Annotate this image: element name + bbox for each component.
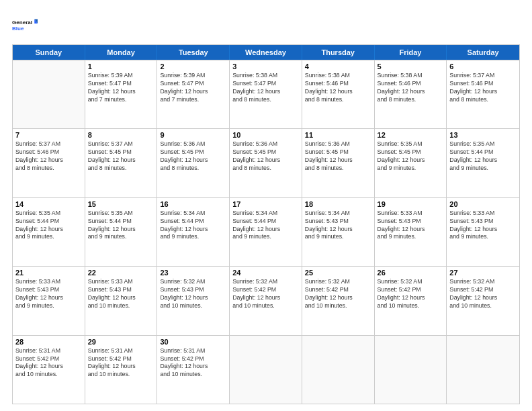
day-number-14: 14: [15, 200, 82, 208]
week-row-2: 7Sunrise: 5:37 AMSunset: 5:46 PMDaylight…: [13, 128, 519, 197]
day-number-21: 21: [15, 269, 82, 277]
day-number-17: 17: [232, 200, 299, 208]
day-info-18: Sunrise: 5:34 AMSunset: 5:43 PMDaylight:…: [305, 210, 371, 242]
header-day-friday: Friday: [375, 45, 447, 60]
day-cell-2: 2Sunrise: 5:39 AMSunset: 5:47 PMDaylight…: [157, 60, 230, 128]
svg-text:General: General: [12, 19, 32, 26]
header-day-tuesday: Tuesday: [157, 45, 230, 60]
header-day-saturday: Saturday: [447, 45, 519, 60]
day-number-11: 11: [305, 131, 371, 139]
day-cell-18: 18Sunrise: 5:34 AMSunset: 5:43 PMDayligh…: [302, 198, 375, 266]
day-info-14: Sunrise: 5:35 AMSunset: 5:44 PMDaylight:…: [15, 210, 82, 242]
day-cell-23: 23Sunrise: 5:32 AMSunset: 5:43 PMDayligh…: [157, 267, 230, 334]
day-info-27: Sunrise: 5:32 AMSunset: 5:42 PMDaylight:…: [449, 278, 517, 310]
day-cell-26: 26Sunrise: 5:32 AMSunset: 5:42 PMDayligh…: [375, 267, 447, 334]
day-number-10: 10: [232, 131, 299, 139]
day-info-15: Sunrise: 5:35 AMSunset: 5:44 PMDaylight:…: [88, 210, 154, 242]
day-info-30: Sunrise: 5:31 AMSunset: 5:42 PMDaylight:…: [160, 347, 226, 379]
day-cell-12: 12Sunrise: 5:35 AMSunset: 5:45 PMDayligh…: [375, 129, 447, 197]
day-info-3: Sunrise: 5:38 AMSunset: 5:47 PMDaylight:…: [232, 72, 299, 104]
day-info-9: Sunrise: 5:36 AMSunset: 5:45 PMDaylight:…: [160, 140, 226, 173]
logo: General Blue: [12, 12, 38, 38]
day-info-8: Sunrise: 5:37 AMSunset: 5:45 PMDaylight:…: [88, 140, 154, 173]
day-cell-13: 13Sunrise: 5:35 AMSunset: 5:44 PMDayligh…: [447, 129, 519, 197]
day-cell-7: 7Sunrise: 5:37 AMSunset: 5:46 PMDaylight…: [13, 129, 85, 197]
header-day-wednesday: Wednesday: [230, 45, 302, 60]
day-number-15: 15: [88, 200, 154, 208]
day-cell-9: 9Sunrise: 5:36 AMSunset: 5:45 PMDaylight…: [157, 129, 230, 197]
day-number-25: 25: [305, 269, 371, 277]
day-cell-25: 25Sunrise: 5:32 AMSunset: 5:42 PMDayligh…: [302, 267, 375, 334]
day-info-22: Sunrise: 5:33 AMSunset: 5:43 PMDaylight:…: [88, 278, 154, 310]
week-row-1: 1Sunrise: 5:39 AMSunset: 5:47 PMDaylight…: [13, 60, 519, 128]
day-cell-19: 19Sunrise: 5:33 AMSunset: 5:43 PMDayligh…: [375, 198, 447, 266]
day-info-5: Sunrise: 5:38 AMSunset: 5:46 PMDaylight:…: [378, 72, 444, 104]
day-number-3: 3: [232, 62, 299, 71]
day-number-16: 16: [160, 200, 226, 208]
empty-cell-4-3: [230, 336, 302, 404]
day-number-27: 27: [449, 269, 517, 277]
day-cell-22: 22Sunrise: 5:33 AMSunset: 5:43 PMDayligh…: [85, 267, 158, 334]
day-cell-10: 10Sunrise: 5:36 AMSunset: 5:45 PMDayligh…: [230, 129, 302, 197]
day-info-2: Sunrise: 5:39 AMSunset: 5:47 PMDaylight:…: [160, 72, 226, 104]
day-number-1: 1: [88, 62, 154, 71]
day-cell-5: 5Sunrise: 5:38 AMSunset: 5:46 PMDaylight…: [375, 60, 447, 128]
day-info-19: Sunrise: 5:33 AMSunset: 5:43 PMDaylight:…: [378, 210, 444, 242]
logo-svg: General Blue: [12, 12, 38, 38]
day-info-29: Sunrise: 5:31 AMSunset: 5:42 PMDaylight:…: [88, 347, 154, 379]
day-number-20: 20: [449, 200, 517, 208]
day-cell-28: 28Sunrise: 5:31 AMSunset: 5:42 PMDayligh…: [13, 336, 85, 404]
header: General Blue: [12, 12, 520, 38]
svg-text:Blue: Blue: [12, 26, 24, 32]
day-cell-17: 17Sunrise: 5:34 AMSunset: 5:44 PMDayligh…: [230, 198, 302, 266]
day-cell-16: 16Sunrise: 5:34 AMSunset: 5:44 PMDayligh…: [157, 198, 230, 266]
day-info-4: Sunrise: 5:38 AMSunset: 5:46 PMDaylight:…: [305, 72, 371, 104]
day-number-19: 19: [378, 200, 444, 208]
day-info-23: Sunrise: 5:32 AMSunset: 5:43 PMDaylight:…: [160, 278, 226, 310]
empty-cell-4-6: [447, 336, 519, 404]
day-number-29: 29: [88, 338, 154, 346]
day-number-26: 26: [378, 269, 444, 277]
day-cell-21: 21Sunrise: 5:33 AMSunset: 5:43 PMDayligh…: [13, 267, 85, 334]
day-info-24: Sunrise: 5:32 AMSunset: 5:42 PMDaylight:…: [232, 278, 299, 310]
day-cell-30: 30Sunrise: 5:31 AMSunset: 5:42 PMDayligh…: [157, 336, 230, 404]
day-number-13: 13: [449, 131, 517, 139]
empty-cell-0-0: [13, 60, 85, 128]
day-number-28: 28: [15, 338, 82, 346]
day-info-28: Sunrise: 5:31 AMSunset: 5:42 PMDaylight:…: [15, 347, 82, 379]
empty-cell-4-5: [375, 336, 447, 404]
day-number-7: 7: [15, 131, 82, 139]
day-number-2: 2: [160, 62, 226, 71]
header-day-monday: Monday: [85, 45, 158, 60]
empty-cell-4-4: [302, 336, 375, 404]
day-number-8: 8: [88, 131, 154, 139]
day-info-10: Sunrise: 5:36 AMSunset: 5:45 PMDaylight:…: [232, 140, 299, 173]
day-info-21: Sunrise: 5:33 AMSunset: 5:43 PMDaylight:…: [15, 278, 82, 310]
day-number-12: 12: [378, 131, 444, 139]
day-info-25: Sunrise: 5:32 AMSunset: 5:42 PMDaylight:…: [305, 278, 371, 310]
day-info-12: Sunrise: 5:35 AMSunset: 5:45 PMDaylight:…: [378, 140, 444, 173]
day-info-17: Sunrise: 5:34 AMSunset: 5:44 PMDaylight:…: [232, 210, 299, 242]
day-number-23: 23: [160, 269, 226, 277]
header-day-thursday: Thursday: [302, 45, 375, 60]
day-info-11: Sunrise: 5:36 AMSunset: 5:45 PMDaylight:…: [305, 140, 371, 173]
week-row-3: 14Sunrise: 5:35 AMSunset: 5:44 PMDayligh…: [13, 197, 519, 266]
day-cell-11: 11Sunrise: 5:36 AMSunset: 5:45 PMDayligh…: [302, 129, 375, 197]
day-number-22: 22: [88, 269, 154, 277]
day-cell-1: 1Sunrise: 5:39 AMSunset: 5:47 PMDaylight…: [85, 60, 158, 128]
header-day-sunday: Sunday: [13, 45, 85, 60]
day-info-20: Sunrise: 5:33 AMSunset: 5:43 PMDaylight:…: [449, 210, 517, 242]
day-cell-29: 29Sunrise: 5:31 AMSunset: 5:42 PMDayligh…: [85, 336, 158, 404]
day-cell-4: 4Sunrise: 5:38 AMSunset: 5:46 PMDaylight…: [302, 60, 375, 128]
day-number-5: 5: [378, 62, 444, 71]
day-info-6: Sunrise: 5:37 AMSunset: 5:46 PMDaylight:…: [449, 72, 517, 104]
day-cell-15: 15Sunrise: 5:35 AMSunset: 5:44 PMDayligh…: [85, 198, 158, 266]
day-cell-24: 24Sunrise: 5:32 AMSunset: 5:42 PMDayligh…: [230, 267, 302, 334]
day-info-13: Sunrise: 5:35 AMSunset: 5:44 PMDaylight:…: [449, 140, 517, 173]
week-row-5: 28Sunrise: 5:31 AMSunset: 5:42 PMDayligh…: [13, 335, 519, 404]
day-info-16: Sunrise: 5:34 AMSunset: 5:44 PMDaylight:…: [160, 210, 226, 242]
day-cell-3: 3Sunrise: 5:38 AMSunset: 5:47 PMDaylight…: [230, 60, 302, 128]
day-info-26: Sunrise: 5:32 AMSunset: 5:42 PMDaylight:…: [378, 278, 444, 310]
calendar-body: 1Sunrise: 5:39 AMSunset: 5:47 PMDaylight…: [13, 60, 519, 404]
day-number-24: 24: [232, 269, 299, 277]
